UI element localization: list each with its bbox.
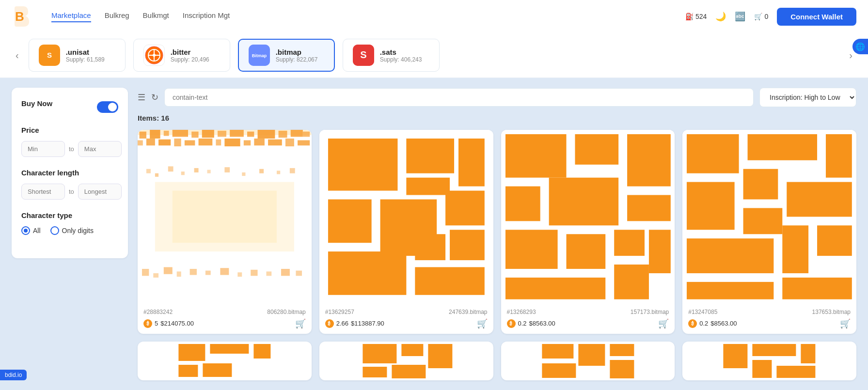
category-bar: ‹ S .unisat Supply: 61,589 bbox=[0, 33, 868, 78]
partial-card-1 bbox=[319, 342, 493, 380]
item-info-1: #13629257 247639.bitmap ₿ 2.66 $113887.9… bbox=[319, 304, 493, 334]
svg-rect-34 bbox=[216, 140, 221, 146]
radio-digits-circle bbox=[50, 226, 59, 235]
item-btc-3: 0.2 bbox=[699, 320, 708, 327]
category-prev-arrow[interactable]: ‹ bbox=[12, 48, 23, 63]
btc-icon-1: ₿ bbox=[325, 319, 334, 328]
category-unisat[interactable]: S .unisat Supply: 61,589 bbox=[29, 39, 126, 72]
svg-rect-65 bbox=[296, 271, 302, 276]
category-sats[interactable]: S .sats Supply: 406,243 bbox=[343, 39, 440, 72]
item-card-0: #28883242 806280.bitmap ₿ 5 $214075.00 🛒 bbox=[138, 130, 312, 334]
add-to-cart-0[interactable]: 🛒 bbox=[295, 318, 306, 329]
char-longest-input[interactable] bbox=[78, 184, 122, 200]
nav-bulkmgt[interactable]: Bulkmgt bbox=[143, 11, 169, 22]
unisat-supply: Supply: 61,589 bbox=[66, 56, 105, 63]
svg-text:S: S bbox=[360, 49, 366, 60]
sort-select[interactable]: Inscription: High to Low Inscription: Lo… bbox=[759, 88, 856, 107]
svg-rect-105 bbox=[178, 344, 205, 361]
buy-now-label: Buy Now bbox=[21, 99, 52, 108]
svg-rect-56 bbox=[164, 267, 173, 274]
search-input[interactable] bbox=[164, 88, 754, 107]
items-grid: #28883242 806280.bitmap ₿ 5 $214075.00 🛒 bbox=[138, 130, 856, 334]
item-card-3: #13247085 137653.bitmap ₿ 0.2 $8563.00 🛒 bbox=[682, 130, 856, 334]
svg-rect-15 bbox=[140, 132, 146, 139]
price-min-input[interactable] bbox=[21, 141, 65, 157]
svg-rect-83 bbox=[549, 178, 618, 226]
svg-rect-106 bbox=[210, 344, 249, 354]
dark-mode-toggle[interactable]: 🌙 bbox=[715, 11, 726, 22]
buy-now-toggle[interactable] bbox=[97, 101, 118, 113]
svg-rect-57 bbox=[177, 271, 181, 277]
price-max-input[interactable] bbox=[78, 141, 122, 157]
price-label: Price bbox=[21, 126, 118, 134]
item-info-2: #13268293 157173.bitmap ₿ 0.2 $8563.00 🛒 bbox=[501, 304, 675, 334]
svg-rect-21 bbox=[218, 131, 226, 137]
items-count: Items: 16 bbox=[138, 114, 856, 122]
svg-rect-117 bbox=[542, 344, 573, 359]
language-toggle[interactable]: 🔤 bbox=[735, 11, 745, 22]
svg-rect-81 bbox=[627, 134, 671, 187]
nav-marketplace[interactable]: Marketplace bbox=[51, 11, 91, 22]
radio-all[interactable]: All bbox=[21, 226, 41, 235]
buy-now-row: Buy Now bbox=[21, 99, 118, 114]
svg-rect-86 bbox=[566, 234, 605, 269]
bitter-icon bbox=[143, 45, 165, 66]
bitter-name: .bitter bbox=[171, 48, 209, 56]
char-length-section: Character length to bbox=[21, 169, 118, 200]
refresh-icon-button[interactable]: ↻ bbox=[151, 92, 158, 103]
logo: B bbox=[12, 6, 32, 27]
item-meta-1: #13629257 247639.bitmap bbox=[325, 309, 488, 315]
gas-pump-icon: ⛽ bbox=[685, 13, 694, 20]
svg-rect-52 bbox=[277, 171, 280, 174]
char-shortest-input[interactable] bbox=[21, 184, 65, 200]
category-items: S .unisat Supply: 61,589 .bitter bbox=[29, 39, 840, 72]
category-bitter[interactable]: .bitter Supply: 20,496 bbox=[133, 39, 230, 72]
item-price-1: ₿ 2.66 $113887.90 bbox=[325, 319, 384, 328]
item-id-1: #13629257 bbox=[325, 309, 354, 315]
svg-rect-46 bbox=[181, 172, 185, 175]
svg-rect-69 bbox=[458, 139, 485, 187]
radio-all-circle bbox=[21, 226, 30, 235]
radio-only-digits[interactable]: Only digits bbox=[50, 226, 94, 235]
unisat-name: .unisat bbox=[66, 48, 105, 56]
svg-rect-92 bbox=[687, 134, 739, 173]
svg-rect-23 bbox=[247, 132, 254, 137]
partial-thumb-0 bbox=[138, 342, 312, 380]
item-id-3: #13247085 bbox=[688, 309, 717, 315]
svg-rect-94 bbox=[826, 134, 852, 178]
svg-rect-125 bbox=[801, 344, 816, 363]
add-to-cart-2[interactable]: 🛒 bbox=[658, 318, 669, 329]
sats-supply: Supply: 406,243 bbox=[380, 56, 422, 63]
char-type-label: Character type bbox=[21, 211, 118, 219]
svg-rect-77 bbox=[415, 267, 485, 295]
svg-rect-26 bbox=[291, 130, 303, 137]
svg-rect-88 bbox=[648, 230, 670, 273]
cart-badge: 🛒 0 bbox=[754, 13, 768, 20]
unisat-icon: S bbox=[39, 45, 60, 66]
svg-rect-96 bbox=[743, 169, 778, 200]
category-bitmap[interactable]: Bitmap .bitmap Supply: 822,067 bbox=[238, 39, 335, 72]
svg-rect-84 bbox=[627, 195, 671, 221]
svg-rect-89 bbox=[505, 278, 605, 299]
svg-rect-29 bbox=[146, 139, 155, 145]
svg-rect-50 bbox=[242, 172, 245, 176]
filter-icon-button[interactable]: ☰ bbox=[138, 92, 145, 103]
gas-badge: ⛽ 524 bbox=[685, 13, 707, 20]
svg-text:S: S bbox=[47, 51, 52, 59]
nav-inscription-mgt[interactable]: Inscription Mgt bbox=[183, 11, 230, 22]
svg-rect-51 bbox=[259, 169, 264, 173]
price-range: to bbox=[21, 141, 118, 157]
connect-wallet-button[interactable]: Connect Wallet bbox=[777, 8, 856, 26]
svg-rect-97 bbox=[787, 182, 852, 217]
add-to-cart-1[interactable]: 🛒 bbox=[477, 318, 488, 329]
svg-rect-90 bbox=[614, 265, 649, 299]
svg-rect-124 bbox=[753, 344, 796, 356]
svg-rect-114 bbox=[363, 367, 387, 377]
globe-badge[interactable]: 🌐 bbox=[852, 39, 868, 54]
bitmap-icon: Bitmap bbox=[249, 45, 270, 66]
add-to-cart-3[interactable]: 🛒 bbox=[840, 318, 851, 329]
svg-rect-60 bbox=[220, 268, 229, 275]
item-meta-0: #28883242 806280.bitmap bbox=[143, 309, 306, 315]
nav-bulkreg[interactable]: Bulkreg bbox=[105, 11, 129, 22]
site-badge[interactable]: bdid.io bbox=[0, 370, 27, 380]
